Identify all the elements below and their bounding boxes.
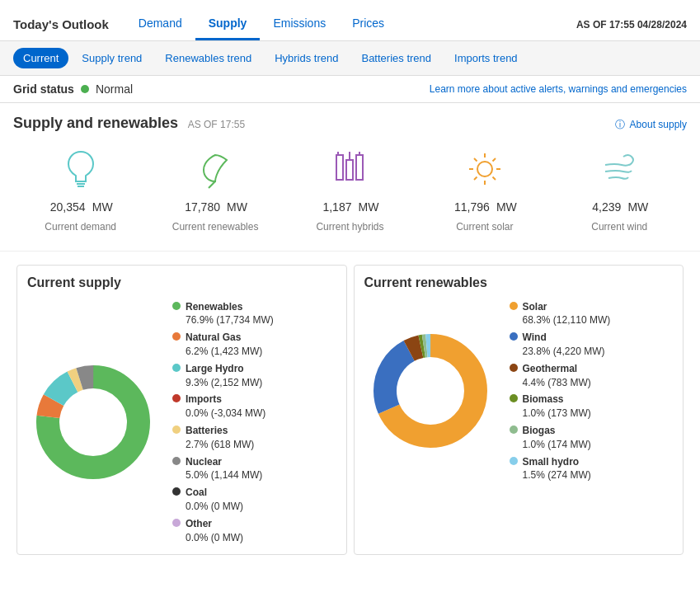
legend-dot-largehydro bbox=[172, 364, 181, 372]
svg-rect-4 bbox=[346, 160, 353, 180]
stats-row: 20,354 MW Current demand 17,780 MW Curre… bbox=[0, 140, 700, 252]
legend-item-other: Other0.0% (0 MW) bbox=[172, 517, 274, 545]
renewables-chart-title: Current renewables bbox=[364, 275, 674, 290]
legend-item-imports: Imports0.0% (-3,034 MW) bbox=[172, 393, 274, 421]
sub-tab-hybrids-trend[interactable]: Hybrids trend bbox=[265, 48, 348, 68]
current-renewables-chart: Current renewables bbox=[354, 265, 684, 556]
columns-icon bbox=[329, 148, 370, 190]
lightbulb-icon bbox=[60, 148, 101, 190]
tab-prices[interactable]: Prices bbox=[339, 8, 397, 40]
supply-chart-title: Current supply bbox=[27, 275, 336, 290]
stat-solar: 11,796 MW Current solar bbox=[435, 148, 534, 234]
legend-dot-renewables bbox=[172, 302, 181, 310]
header-datetime: AS OF 17:55 04/28/2024 bbox=[576, 19, 687, 31]
grid-status-alert-link[interactable]: Learn more about active alerts, warnings… bbox=[430, 83, 687, 95]
legend-dot-batteries bbox=[172, 426, 181, 434]
sun-icon bbox=[464, 148, 505, 190]
solar-label: Current solar bbox=[456, 221, 513, 234]
legend-item-batteries: Batteries2.7% (618 MW) bbox=[172, 424, 274, 452]
svg-line-16 bbox=[492, 158, 496, 162]
legend-item-nuclear: Nuclear5.0% (1,144 MW) bbox=[172, 455, 274, 483]
tab-emissions[interactable]: Emissions bbox=[260, 8, 339, 40]
renewables-label: Current renewables bbox=[172, 221, 259, 234]
legend-dot-geothermal bbox=[510, 364, 518, 372]
tab-supply[interactable]: Supply bbox=[195, 8, 261, 40]
charts-section: Current supply bbox=[0, 252, 700, 569]
legend-item-biogas: Biogas1.0% (174 MW) bbox=[510, 424, 611, 452]
grid-status-label: Grid status bbox=[13, 82, 74, 96]
current-supply-chart: Current supply bbox=[16, 265, 347, 556]
legend-dot-naturalgas bbox=[172, 332, 181, 341]
svg-line-2 bbox=[209, 181, 215, 188]
sub-tab-supply-trend[interactable]: Supply trend bbox=[72, 48, 152, 68]
about-supply-link[interactable]: ⓘ About supply bbox=[615, 118, 687, 132]
leaf-icon bbox=[195, 148, 236, 190]
supply-legend: Renewables76.9% (17,734 MW) Natural Gas6… bbox=[172, 300, 274, 545]
legend-dot-nuclear bbox=[172, 457, 181, 465]
legend-dot-biogas bbox=[510, 426, 518, 434]
wind-icon bbox=[599, 148, 640, 190]
status-badge: Normal bbox=[96, 82, 133, 96]
renewables-legend: Solar68.3% (12,110 MW) Wind23.8% (4,220 … bbox=[510, 300, 611, 483]
legend-dot-smallhydro bbox=[510, 457, 518, 465]
hybrids-label: Current hybrids bbox=[316, 221, 383, 234]
stat-renewables: 17,780 MW Current renewables bbox=[166, 148, 265, 234]
legend-item-coal: Coal0.0% (0 MW) bbox=[172, 486, 274, 514]
solar-value: 11,796 MW bbox=[453, 195, 517, 216]
legend-item-biomass: Biomass1.0% (173 MW) bbox=[510, 393, 611, 421]
grid-status-left: Grid status Normal bbox=[13, 82, 133, 96]
supply-donut bbox=[27, 356, 159, 488]
demand-label: Current demand bbox=[45, 221, 116, 234]
legend-dot-other bbox=[172, 519, 181, 527]
timestamp-label: AS OF bbox=[576, 19, 607, 31]
tab-demand[interactable]: Demand bbox=[125, 8, 195, 40]
svg-point-23 bbox=[60, 389, 126, 455]
legend-item-geothermal: Geothermal4.4% (783 MW) bbox=[510, 362, 611, 390]
legend-item-largehydro: Large Hydro9.3% (2,152 MW) bbox=[172, 362, 274, 390]
renewables-value: 17,780 MW bbox=[183, 195, 247, 216]
wind-label: Current wind bbox=[591, 221, 647, 234]
svg-line-15 bbox=[492, 177, 496, 181]
header: Today's Outlook Demand Supply Emissions … bbox=[0, 0, 700, 41]
stat-hybrids: 1,187 MW Current hybrids bbox=[300, 148, 399, 234]
svg-rect-3 bbox=[336, 155, 343, 180]
section-header: Supply and renewables AS OF 17:55 ⓘ Abou… bbox=[0, 103, 700, 140]
svg-point-9 bbox=[477, 162, 492, 176]
renewables-donut bbox=[364, 325, 496, 457]
legend-item-renewables: Renewables76.9% (17,734 MW) bbox=[172, 300, 274, 328]
about-supply-label: About supply bbox=[630, 119, 687, 130]
legend-item-solar: Solar68.3% (12,110 MW) bbox=[510, 300, 611, 328]
stat-wind: 4,239 MW Current wind bbox=[570, 148, 669, 234]
sub-tab-imports-trend[interactable]: Imports trend bbox=[444, 48, 528, 68]
legend-dot-solar bbox=[510, 302, 518, 310]
stat-demand: 20,354 MW Current demand bbox=[31, 148, 130, 234]
legend-item-naturalgas: Natural Gas6.2% (1,423 MW) bbox=[172, 331, 274, 359]
svg-line-14 bbox=[474, 158, 477, 162]
hybrids-value: 1,187 MW bbox=[321, 195, 378, 216]
legend-item-wind: Wind23.8% (4,220 MW) bbox=[510, 331, 611, 359]
legend-item-smallhydro: Small hydro1.5% (274 MW) bbox=[510, 455, 611, 483]
sub-tab-current[interactable]: Current bbox=[13, 48, 68, 68]
grid-status-bar: Grid status Normal Learn more about acti… bbox=[0, 76, 700, 103]
svg-point-30 bbox=[397, 358, 463, 424]
sub-nav: Current Supply trend Renewables trend Hy… bbox=[0, 41, 700, 76]
legend-dot-imports bbox=[172, 394, 181, 402]
demand-value: 20,354 MW bbox=[49, 195, 113, 216]
legend-dot-biomass bbox=[510, 394, 518, 402]
header-nav: Today's Outlook Demand Supply Emissions … bbox=[13, 8, 397, 40]
sub-tab-renewables-trend[interactable]: Renewables trend bbox=[155, 48, 261, 68]
status-dot bbox=[81, 85, 89, 93]
app-title: Today's Outlook bbox=[13, 17, 109, 31]
supply-chart-content: Renewables76.9% (17,734 MW) Natural Gas6… bbox=[27, 300, 336, 545]
wind-value: 4,239 MW bbox=[590, 195, 648, 216]
legend-dot-wind bbox=[510, 332, 518, 341]
info-icon: ⓘ bbox=[615, 119, 625, 130]
svg-rect-5 bbox=[356, 155, 363, 180]
svg-line-17 bbox=[474, 177, 477, 181]
section-title: Supply and renewables bbox=[13, 115, 178, 131]
section-timestamp: AS OF 17:55 bbox=[188, 119, 245, 130]
sub-tab-batteries-trend[interactable]: Batteries trend bbox=[351, 48, 441, 68]
timestamp-value: 17:55 04/28/2024 bbox=[609, 19, 687, 31]
legend-dot-coal bbox=[172, 487, 181, 496]
section-title-area: Supply and renewables AS OF 17:55 bbox=[13, 115, 245, 132]
